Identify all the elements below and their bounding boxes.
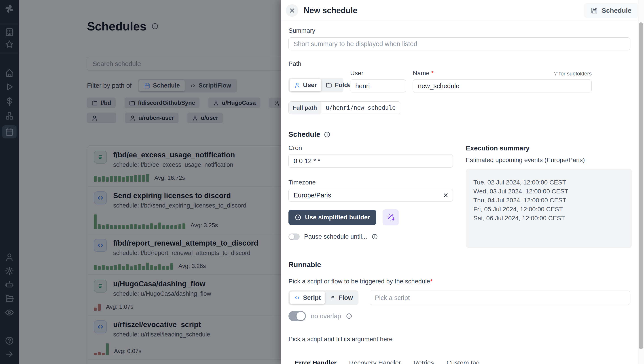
upcoming-events-panel: Tue, 02 Jul 2024, 12:00:00 CEST Wed, 03 … bbox=[466, 168, 632, 248]
execution-summary: Execution summary Estimated upcoming eve… bbox=[466, 144, 632, 248]
summary-input[interactable] bbox=[288, 37, 630, 50]
upcoming-event: Wed, 03 Jul 2024, 12:00:00 CEST bbox=[474, 187, 632, 196]
upcoming-event: Fri, 05 Jul 2024, 12:00:00 CEST bbox=[474, 205, 632, 214]
full-path-value: u/henri/new_schedule bbox=[321, 102, 400, 114]
runnable-heading: Runnable bbox=[288, 261, 321, 269]
save-icon bbox=[590, 7, 598, 14]
handler-tabs: Error Handler Recovery Handler Retries C… bbox=[288, 359, 630, 364]
code-icon bbox=[294, 295, 300, 301]
save-button-label: Schedule bbox=[602, 7, 632, 14]
runnable-flow-option[interactable]: Flow bbox=[325, 291, 357, 304]
drawer-scrollbar[interactable] bbox=[638, 0, 644, 364]
flow-icon bbox=[330, 295, 336, 301]
cron-input[interactable] bbox=[288, 154, 453, 168]
drawer-title: New schedule bbox=[304, 6, 357, 15]
pick-row: Script Flow bbox=[288, 290, 630, 305]
clear-timezone-button[interactable] bbox=[442, 192, 449, 198]
simplified-builder-button[interactable]: Use simplified builder bbox=[288, 210, 376, 225]
folder-icon bbox=[326, 82, 332, 88]
runnable-script-option[interactable]: Script bbox=[290, 291, 325, 304]
scrollbar-thumb[interactable] bbox=[639, 22, 643, 349]
clear-x-icon bbox=[442, 192, 449, 198]
pause-label: Pause schedule until... bbox=[304, 233, 367, 240]
builder-button-label: Use simplified builder bbox=[305, 214, 370, 221]
schedule-section: Schedule Cron Timezone bbox=[288, 130, 630, 248]
tab-custom-tag[interactable]: Custom tag bbox=[440, 359, 486, 364]
tab-error-handler[interactable]: Error Handler bbox=[288, 359, 343, 364]
execution-summary-subtitle: Estimated upcoming events (Europe/Paris) bbox=[466, 156, 632, 164]
cron-label: Cron bbox=[288, 144, 453, 151]
upcoming-event: Sat, 06 Jul 2024, 12:00:00 CEST bbox=[474, 214, 632, 223]
name-field-label: Name * bbox=[413, 70, 434, 77]
owner-user-option[interactable]: User bbox=[290, 79, 321, 91]
user-field-label: User bbox=[350, 70, 363, 77]
wand-sparkles-icon bbox=[386, 213, 395, 221]
summary-label: Summary bbox=[288, 27, 630, 34]
drawer-body: Summary Path User Folder bbox=[281, 21, 644, 364]
path-label: Path bbox=[288, 60, 630, 67]
save-schedule-button[interactable]: Schedule bbox=[584, 3, 638, 18]
pick-runnable-label: Pick a script or flow to be triggered by… bbox=[288, 278, 630, 285]
owner-option-label: User bbox=[303, 81, 317, 89]
name-input[interactable] bbox=[413, 79, 592, 92]
upcoming-event: Thu, 04 Jul 2024, 12:00:00 CEST bbox=[474, 196, 632, 205]
full-path-badge: Full path u/henri/new_schedule bbox=[288, 101, 400, 114]
runnable-section: Runnable Pick a script or flow to be tri… bbox=[288, 261, 630, 343]
script-picker-input[interactable] bbox=[370, 291, 630, 305]
full-path-label: Full path bbox=[289, 102, 321, 114]
no-overlap-row: no overlap bbox=[288, 311, 630, 321]
drawer-header: New schedule Schedule bbox=[281, 0, 644, 21]
app-window: Schedules Filter by path of Schedule bbox=[0, 0, 644, 364]
pause-row: Pause schedule until... bbox=[288, 233, 453, 240]
tab-retries[interactable]: Retries bbox=[407, 359, 440, 364]
pause-toggle[interactable] bbox=[288, 234, 300, 240]
required-asterisk: * bbox=[430, 278, 432, 285]
no-overlap-toggle[interactable] bbox=[288, 311, 306, 321]
required-asterisk: * bbox=[431, 70, 434, 77]
clock-icon bbox=[295, 214, 302, 221]
user-input[interactable] bbox=[350, 79, 406, 92]
close-icon bbox=[289, 7, 296, 14]
subfolder-hint: '/' for subfolders bbox=[554, 71, 592, 77]
tab-recovery-handler[interactable]: Recovery Handler bbox=[343, 359, 407, 364]
timezone-input[interactable] bbox=[288, 189, 453, 202]
runnable-option-label: Script bbox=[303, 294, 321, 301]
upcoming-event: Tue, 02 Jul 2024, 12:00:00 CEST bbox=[474, 178, 632, 187]
no-overlap-label: no overlap bbox=[311, 312, 341, 320]
info-icon[interactable] bbox=[372, 234, 378, 240]
runnable-option-label: Flow bbox=[338, 294, 353, 301]
owner-kind-toggle: User Folder bbox=[288, 78, 344, 92]
new-schedule-drawer: New schedule Schedule Summary Path User bbox=[281, 0, 644, 364]
info-icon[interactable] bbox=[346, 313, 352, 319]
ai-wand-button[interactable] bbox=[382, 209, 399, 225]
schedule-section-heading: Schedule bbox=[288, 130, 320, 139]
person-icon bbox=[294, 82, 300, 88]
timezone-label: Timezone bbox=[288, 179, 453, 186]
runnable-kind-toggle: Script Flow bbox=[288, 290, 358, 305]
args-hint: Pick a script and fill its argument here bbox=[288, 335, 630, 343]
info-icon[interactable] bbox=[324, 131, 330, 138]
close-button[interactable] bbox=[286, 4, 298, 17]
execution-summary-heading: Execution summary bbox=[466, 144, 632, 152]
path-grid: User Folder User Name * '/' f bbox=[288, 70, 630, 92]
